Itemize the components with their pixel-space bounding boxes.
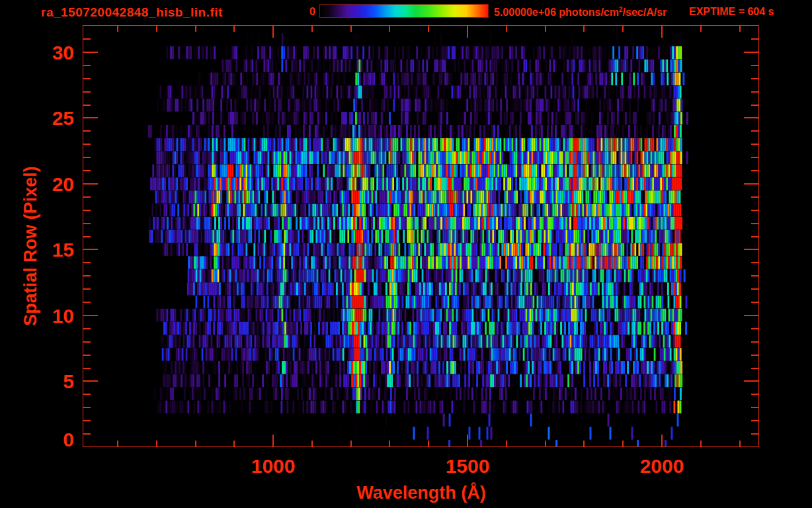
filename-title: ra_150720042848_hisb_lin.fit — [41, 5, 223, 20]
colorbar-max-label: 5.00000e+06 photons/cm2/sec/A/sr — [494, 6, 667, 19]
y-minor-tick — [751, 368, 758, 369]
y-minor-tick — [83, 196, 91, 198]
y-minor-tick — [83, 210, 91, 211]
y-minor-tick — [83, 341, 91, 343]
y-minor-tick — [83, 157, 91, 158]
x-minor-tick — [506, 441, 507, 446]
y-minor-tick — [751, 288, 758, 290]
x-tick-label: 1500 — [428, 455, 507, 478]
x-minor-tick — [117, 441, 118, 446]
x-minor-tick — [545, 26, 546, 32]
y-minor-tick — [83, 130, 91, 132]
colorbar-min-label: 0 — [291, 6, 315, 18]
y-major-tick — [83, 52, 98, 53]
y-minor-tick — [751, 262, 758, 263]
y-major-tick — [744, 52, 758, 53]
x-minor-tick — [583, 26, 585, 32]
y-minor-tick — [751, 38, 758, 40]
y-minor-tick — [751, 394, 758, 395]
x-minor-tick — [389, 26, 390, 32]
y-minor-tick — [83, 91, 91, 93]
plot-window: ra_150720042848_hisb_lin.fit 0 5.00000e+… — [0, 0, 812, 508]
y-major-tick — [83, 380, 98, 382]
x-minor-tick — [739, 441, 741, 446]
y-minor-tick — [83, 355, 91, 356]
y-minor-tick — [83, 288, 91, 290]
x-minor-tick — [350, 26, 352, 32]
x-minor-tick — [350, 441, 352, 446]
x-minor-tick — [117, 26, 118, 32]
y-minor-tick — [751, 433, 758, 435]
y-minor-tick — [83, 78, 91, 79]
y-minor-tick — [751, 355, 758, 356]
y-minor-tick — [83, 328, 91, 329]
y-axis-title: Spatial Row (Pixel) — [20, 166, 41, 326]
y-minor-tick — [751, 130, 758, 132]
x-minor-tick — [428, 26, 429, 32]
y-minor-tick — [83, 38, 91, 40]
x-major-tick — [467, 435, 468, 446]
y-minor-tick — [751, 91, 758, 93]
y-minor-tick — [83, 368, 91, 369]
x-minor-tick — [700, 26, 702, 32]
x-minor-tick — [622, 26, 624, 32]
y-minor-tick — [83, 275, 91, 276]
y-major-tick — [83, 315, 98, 316]
y-minor-tick — [83, 394, 91, 395]
y-minor-tick — [751, 275, 758, 276]
y-tick-label: 30 — [26, 42, 74, 64]
y-tick-label: 25 — [26, 107, 74, 130]
x-minor-tick — [583, 441, 585, 446]
y-minor-tick — [83, 105, 91, 106]
x-minor-tick — [195, 441, 196, 446]
y-minor-tick — [751, 223, 758, 224]
plot-frame — [83, 25, 759, 447]
x-minor-tick — [389, 441, 390, 446]
x-minor-tick — [156, 26, 157, 32]
x-minor-tick — [622, 441, 624, 446]
y-minor-tick — [751, 144, 758, 145]
y-tick-label: 0 — [26, 429, 74, 451]
y-minor-tick — [83, 433, 91, 435]
y-minor-tick — [83, 262, 91, 263]
y-minor-tick — [83, 302, 91, 303]
x-major-tick — [272, 26, 274, 38]
y-minor-tick — [751, 236, 758, 237]
y-minor-tick — [83, 223, 91, 224]
x-minor-tick — [506, 26, 507, 32]
x-axis-title: Wavelength (Å) — [356, 483, 486, 503]
x-major-tick — [272, 435, 274, 446]
x-tick-label: 2000 — [622, 455, 702, 478]
y-major-tick — [744, 249, 758, 250]
x-minor-tick — [428, 441, 429, 446]
x-major-tick — [661, 435, 663, 446]
x-minor-tick — [156, 441, 157, 446]
x-minor-tick — [311, 441, 313, 446]
x-minor-tick — [233, 26, 235, 32]
y-minor-tick — [751, 328, 758, 329]
y-minor-tick — [83, 407, 91, 408]
colorbar-unit-suffix: /sec/A/sr — [623, 7, 667, 18]
y-minor-tick — [751, 170, 758, 171]
y-minor-tick — [751, 65, 758, 66]
y-minor-tick — [751, 157, 758, 158]
y-major-tick — [744, 183, 758, 185]
x-minor-tick — [233, 441, 235, 446]
x-tick-label: 1000 — [233, 455, 313, 478]
y-tick-label: 5 — [26, 370, 74, 393]
x-minor-tick — [545, 441, 546, 446]
y-minor-tick — [751, 407, 758, 408]
y-minor-tick — [751, 210, 758, 211]
colorbar-gradient — [319, 4, 489, 18]
y-minor-tick — [751, 302, 758, 303]
spectral-heatmap-canvas — [83, 26, 758, 446]
y-major-tick — [744, 117, 758, 118]
y-major-tick — [83, 117, 98, 118]
y-major-tick — [83, 183, 98, 185]
y-minor-tick — [83, 170, 91, 171]
y-minor-tick — [751, 105, 758, 106]
x-minor-tick — [700, 441, 702, 446]
y-minor-tick — [83, 236, 91, 237]
x-minor-tick — [311, 26, 313, 32]
colorbar-unit-text: 5.00000e+06 photons/cm — [494, 7, 619, 18]
